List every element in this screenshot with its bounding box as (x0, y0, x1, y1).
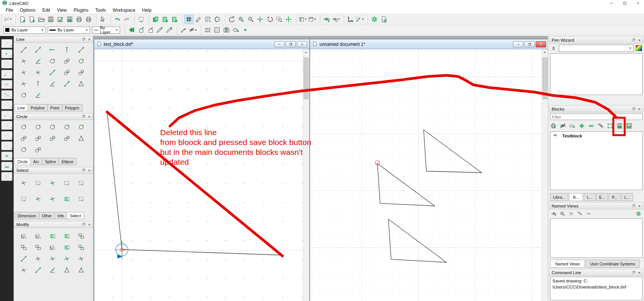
select-layer-icon[interactable] (60, 193, 73, 204)
select-cursor-icon[interactable] (98, 15, 108, 24)
pen-apply-icon[interactable] (146, 25, 155, 34)
new-from-template-icon[interactable] (27, 15, 36, 24)
rename-block-icon[interactable] (596, 122, 605, 130)
modify-trim-amount-icon[interactable] (60, 253, 73, 264)
save-drawing-icon[interactable] (46, 15, 55, 24)
menu-options[interactable]: Options (16, 7, 39, 13)
text-tool-icon[interactable]: A▾ (1, 141, 12, 150)
edit-block-icon[interactable] (606, 122, 614, 130)
restore-icon[interactable] (524, 41, 535, 47)
modify-align-icon[interactable] (45, 231, 59, 241)
draft-circle-icon[interactable] (213, 15, 222, 24)
pen-wizard-combo[interactable]: ▼ (559, 45, 634, 52)
modify-move-icon[interactable] (60, 242, 73, 253)
measure-tool-icon[interactable]: ▾ (1, 162, 12, 171)
visibility-eye-icon[interactable] (553, 133, 558, 139)
vertical-scrollbar[interactable]: ▲ (542, 49, 548, 301)
defreeze-all-blocks-icon[interactable] (549, 122, 557, 130)
select-all-icon[interactable] (74, 193, 88, 204)
blocks-filter-input[interactable] (550, 114, 642, 120)
circle-tangent-two-circles-point-icon[interactable] (17, 133, 30, 143)
float-icon[interactable] (82, 222, 86, 227)
line-vertical-icon[interactable] (60, 44, 73, 55)
line-angle-icon[interactable] (31, 44, 45, 55)
float-icon[interactable] (82, 114, 86, 119)
save-all-icon[interactable] (65, 15, 74, 24)
ellipse-tool-icon[interactable]: ▾ (1, 100, 12, 109)
modify-fillet-icon[interactable] (60, 265, 73, 275)
menu-file[interactable]: File (2, 7, 16, 13)
tab-ellipse[interactable]: Ellipse (59, 158, 76, 165)
line-segment-icon[interactable] (60, 78, 73, 89)
line-perpendicular-icon[interactable] (31, 78, 45, 89)
deselect-entity-icon[interactable] (45, 178, 59, 188)
drawing-canvas-2[interactable]: ▲ (310, 49, 548, 301)
move-tool-icon[interactable]: ▾ (1, 151, 12, 161)
new-drawing-icon[interactable] (18, 15, 27, 24)
app-settings-icon[interactable] (370, 15, 379, 24)
zoom-in-icon[interactable] (237, 15, 246, 24)
layer-view-icon[interactable]: ▼ (298, 15, 307, 24)
ucs-select-icon[interactable]: ▼ (356, 15, 365, 24)
views-settings-icon[interactable] (635, 210, 642, 217)
menu-edit[interactable]: Edit (39, 7, 54, 13)
drawing-canvas-1[interactable]: ▲ (94, 49, 309, 301)
maximize-icon[interactable] (623, 1, 627, 6)
arc-tool-icon[interactable]: ▾ (1, 70, 12, 79)
float-icon[interactable] (82, 168, 86, 173)
pen-combo-3[interactable]: By Layer▼ (92, 27, 120, 34)
previous-view-icon[interactable] (265, 15, 274, 24)
scrollbar-thumb[interactable] (304, 58, 309, 99)
close-icon[interactable] (297, 41, 307, 47)
tab-polyline[interactable]: Polyline (28, 104, 48, 111)
dropdown-caret-icon[interactable]: ▼ (9, 18, 12, 20)
point-tool-icon[interactable]: ▾ (1, 49, 12, 58)
remove-block-icon[interactable] (587, 122, 595, 130)
brush-copy-icon[interactable] (155, 25, 164, 34)
dropdown-caret-icon[interactable]: ▼ (195, 29, 197, 31)
tab-user-coordinate-systems[interactable]: User Coordinate Systems (586, 260, 639, 268)
line-vertical-point-icon[interactable] (45, 78, 59, 89)
tab-circle[interactable]: Circle (14, 158, 31, 165)
tab-spline[interactable]: Spline (42, 158, 59, 165)
modify-distribute-icon[interactable] (60, 231, 73, 241)
panel-tab-4[interactable]: E... (596, 193, 608, 201)
line-weights-icon[interactable] (203, 15, 212, 24)
add-block-icon[interactable] (577, 122, 586, 130)
save-block-icon[interactable] (615, 122, 624, 130)
line-star-icon[interactable] (74, 78, 88, 89)
hatch-icon[interactable] (212, 25, 221, 34)
circle-two-points-icon[interactable] (31, 122, 45, 132)
menu-workspace[interactable]: Workspace (109, 7, 139, 13)
tab-named-views[interactable]: Named Views (550, 260, 585, 268)
circle-concentric-icon[interactable] (17, 144, 30, 155)
tab-info[interactable]: Info (55, 212, 67, 219)
minimize-icon[interactable] (610, 1, 614, 6)
brush-copy-multi-icon[interactable] (165, 25, 174, 34)
minimize-icon[interactable] (274, 41, 284, 47)
zoom-out-icon[interactable] (246, 15, 255, 24)
panel-tab-5[interactable]: P... (609, 193, 621, 201)
polyline-node-icon[interactable] (231, 25, 240, 34)
circle-tangent-three-circles-icon[interactable] (60, 133, 73, 143)
menu-view[interactable]: View (53, 7, 70, 13)
line-orthogonal-icon[interactable] (17, 67, 30, 78)
line-points-sequence-icon[interactable] (60, 67, 73, 78)
dropdown-caret-icon[interactable]: ▼ (314, 18, 317, 20)
line-points-polygon-icon[interactable] (45, 67, 59, 78)
tab-select[interactable]: Select (67, 212, 84, 219)
line-cross-first-icon[interactable] (17, 78, 30, 89)
view-zoom-icon[interactable]: ▼ (332, 15, 341, 24)
line-frame-icon[interactable] (31, 90, 45, 100)
insert-block-icon[interactable] (625, 122, 633, 130)
modify-corner-icon[interactable] (74, 265, 88, 275)
modify-scale-reference-icon[interactable] (31, 231, 45, 241)
redo-icon[interactable] (122, 15, 131, 24)
select-tool-icon[interactable]: ▾ (1, 121, 12, 130)
menu-plugins[interactable]: Plugins (70, 7, 92, 13)
window-view-icon[interactable]: ▼ (308, 15, 317, 24)
grid-toggle-icon[interactable] (184, 15, 193, 24)
modify-rotate-icon[interactable] (31, 242, 45, 253)
toggle-block-visibility-icon[interactable] (568, 122, 576, 130)
modify-delete-icon[interactable] (17, 265, 30, 275)
